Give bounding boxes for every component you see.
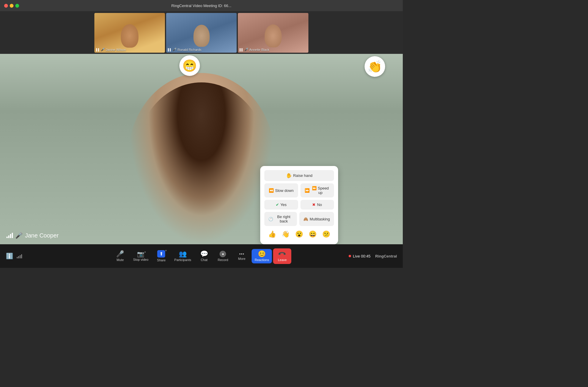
be-right-back-button[interactable]: 🕐 Be right back bbox=[264, 212, 297, 226]
no-label: No bbox=[317, 202, 322, 207]
signal-bar-2 bbox=[8, 235, 9, 238]
chat-label: Chat bbox=[201, 258, 208, 262]
thumb-signal-3: ▌▌ bbox=[240, 48, 243, 51]
info-icon[interactable]: ℹ️ bbox=[6, 253, 13, 260]
no-icon: ✖ bbox=[312, 202, 315, 207]
toolbar-right: Live 00:45 RingCentral bbox=[349, 254, 397, 258]
mic-icon-main: 🎤 bbox=[15, 232, 23, 239]
thumbnail-label-1: ▌▌ 🎤 Janine Wilson bbox=[96, 48, 126, 52]
signal-bar-4 bbox=[12, 233, 13, 238]
share-icon-wrap: ⬆ ▲ bbox=[157, 250, 165, 258]
record-button[interactable]: ● Record bbox=[214, 249, 232, 263]
speed-up-button[interactable]: ⏩ ⏩ Speed up bbox=[300, 183, 334, 197]
slow-down-button[interactable]: ⏪ Slow down bbox=[264, 183, 298, 197]
stop-video-icon-wrap: 📷 ▲ bbox=[137, 251, 144, 257]
emoji-wave[interactable]: 👋 bbox=[280, 228, 292, 240]
reactions-button[interactable]: 😊 Reactions bbox=[252, 249, 272, 263]
reactions-icon: 😊 bbox=[258, 251, 266, 257]
be-right-back-icon: 🕐 bbox=[268, 217, 273, 221]
thumbnail-1[interactable]: ▌▌ 🎤 Janine Wilson bbox=[94, 13, 165, 53]
leave-icon: 📞 bbox=[278, 249, 287, 258]
share-button[interactable]: ⬆ ▲ Share bbox=[153, 248, 170, 264]
sig-bar-2 bbox=[18, 256, 19, 258]
stop-video-label: Stop video bbox=[133, 258, 148, 261]
thumbnail-label-3: ▌▌ 🎤 Annette Black bbox=[240, 48, 269, 52]
stop-video-button[interactable]: 📷 ▲ Stop video bbox=[130, 249, 151, 263]
thumbnail-3[interactable]: ▌▌ 🎤 Annette Black bbox=[238, 13, 308, 53]
emoji-thumbsup[interactable]: 👍 bbox=[266, 228, 278, 240]
be-right-back-label: Be right back bbox=[275, 215, 293, 223]
toolbar-left: ℹ️ bbox=[6, 253, 22, 260]
sig-bar-4 bbox=[21, 254, 22, 258]
main-participant-name: Jane Cooper bbox=[25, 232, 59, 239]
main-video-bg bbox=[0, 54, 403, 244]
close-button[interactable] bbox=[4, 4, 8, 8]
yes-button[interactable]: ✔ Yes bbox=[264, 200, 298, 210]
share-arrow: ▲ bbox=[165, 249, 167, 252]
thumb-mic-3: 🎤 bbox=[244, 48, 248, 52]
sig-bar-1 bbox=[17, 257, 18, 258]
yes-icon: ✔ bbox=[276, 202, 279, 207]
thumb-mic-2: 🎤 bbox=[173, 48, 177, 52]
thumbnail-label-2: ▌▌ 🎤 Ronald Richards bbox=[168, 48, 201, 52]
speed-up-icon: ⏩ bbox=[305, 188, 310, 193]
mute-label: Mute bbox=[117, 258, 124, 262]
floating-emoji-grin: 😁 bbox=[179, 55, 200, 76]
multitasking-button[interactable]: 🙈 Multitasking bbox=[299, 212, 334, 226]
mute-button[interactable]: 🎤 Mute bbox=[111, 249, 129, 263]
emoji-wow[interactable]: 😮 bbox=[293, 228, 305, 240]
floating-emoji-clap: 👏 bbox=[365, 56, 385, 77]
participants-icon: 👥 bbox=[179, 251, 187, 257]
reactions-popup: ✋ ✋ Raise hand ⏪ Slow down ⏩ ⏩ Speed up … bbox=[260, 166, 338, 244]
reactions-label: Reactions bbox=[255, 258, 269, 262]
live-dot bbox=[349, 255, 351, 257]
title-bar: RingCentral Video Meeting ID: 66... bbox=[0, 0, 403, 11]
yes-label: Yes bbox=[280, 202, 287, 207]
thumb-mic-1: 🎤 bbox=[101, 48, 105, 52]
emoji-smile[interactable]: 😄 bbox=[307, 228, 319, 240]
signal-bar-3 bbox=[10, 234, 11, 238]
thumb-signal-2: ▌▌ bbox=[168, 48, 172, 51]
chat-button[interactable]: 💬 Chat bbox=[195, 249, 213, 263]
emoji-row: 👍 👋 😮 😄 😕 bbox=[264, 228, 334, 240]
main-video-label: 🎤 Jane Cooper bbox=[6, 232, 59, 239]
multitasking-icon: 🙈 bbox=[303, 217, 308, 221]
minimize-button[interactable] bbox=[10, 4, 14, 8]
sig-bar-3 bbox=[20, 255, 21, 258]
participants-button[interactable]: 👥 Participants bbox=[171, 249, 194, 263]
speed-row: ⏪ Slow down ⏩ ⏩ Speed up bbox=[264, 183, 334, 197]
raise-hand-button[interactable]: ✋ ✋ Raise hand bbox=[264, 170, 334, 181]
thumbnail-2[interactable]: ▌▌ 🎤 Ronald Richards bbox=[166, 13, 237, 53]
status-row: 🕐 Be right back 🙈 Multitasking bbox=[264, 212, 334, 226]
toolbar-center: 🎤 Mute 📷 ▲ Stop video ⬆ ▲ Share 👥 Partic… bbox=[111, 248, 291, 264]
speed-up-label: ⏩ Speed up bbox=[311, 186, 330, 195]
share-label: Share bbox=[157, 258, 166, 262]
leave-label: Leave bbox=[278, 258, 287, 262]
more-button[interactable]: ••• More bbox=[233, 250, 250, 262]
yes-no-row: ✔ Yes ✖ No bbox=[264, 200, 334, 210]
signal-indicator bbox=[17, 254, 22, 258]
stop-video-arrow: ▲ bbox=[144, 250, 146, 253]
leave-button[interactable]: 📞 Leave bbox=[273, 248, 291, 264]
thumbnails-row: ▌▌ 🎤 Janine Wilson ▌▌ 🎤 Ronald Richards … bbox=[0, 11, 403, 54]
toolbar: ℹ️ 🎤 Mute 📷 ▲ Stop video ⬆ ▲ bbox=[0, 244, 403, 268]
chat-icon: 💬 bbox=[200, 251, 208, 257]
main-video: 😁 👏 🎤 Jane Cooper ✋ ✋ Raise hand bbox=[0, 54, 403, 244]
mute-icon: 🎤 bbox=[116, 251, 124, 257]
thumb-signal-1: ▌▌ bbox=[96, 48, 100, 51]
more-icon: ••• bbox=[239, 252, 244, 256]
stop-video-icon: 📷 bbox=[137, 251, 144, 257]
signal-bar-1 bbox=[6, 237, 8, 238]
raise-hand-label: ✋ Raise hand bbox=[287, 173, 312, 178]
share-icon: ⬆ bbox=[159, 251, 163, 257]
no-button[interactable]: ✖ No bbox=[300, 200, 334, 210]
maximize-button[interactable] bbox=[15, 4, 19, 8]
raise-hand-row: ✋ ✋ Raise hand bbox=[264, 170, 334, 181]
ringcentral-logo: RingCentral bbox=[375, 254, 397, 258]
emoji-confused[interactable]: 😕 bbox=[320, 228, 332, 240]
live-timer: Live 00:45 bbox=[353, 254, 370, 258]
main-area: ▌▌ 🎤 Janine Wilson ▌▌ 🎤 Ronald Richards … bbox=[0, 11, 403, 244]
traffic-lights bbox=[0, 4, 19, 8]
slow-down-label: Slow down bbox=[275, 188, 294, 193]
multitasking-label: Multitasking bbox=[310, 217, 330, 221]
